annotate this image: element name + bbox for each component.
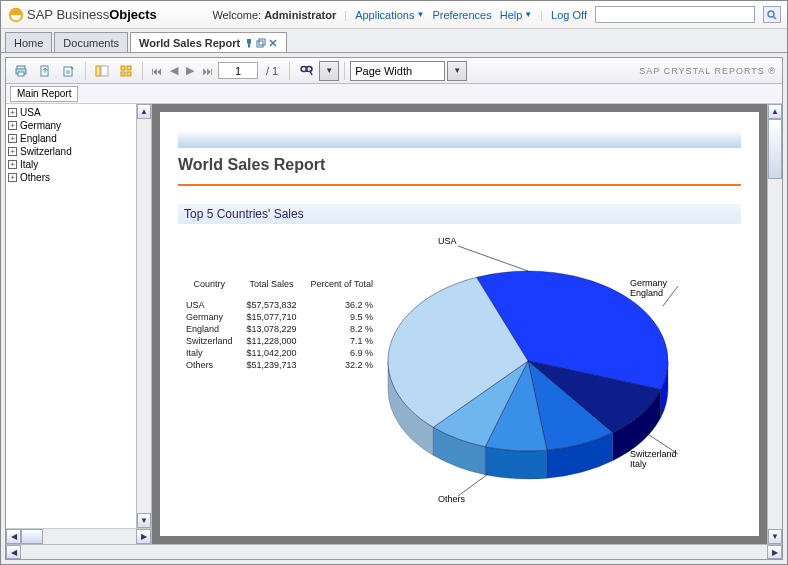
- table-row: Others$51,239,71332.2 %: [180, 360, 379, 370]
- logo-text-2: Objects: [109, 7, 157, 22]
- find-dropdown[interactable]: ▼: [319, 61, 339, 81]
- brand-label: SAP CRYSTAL REPORTS ®: [639, 66, 776, 76]
- svg-line-2: [774, 16, 777, 19]
- tree-item[interactable]: +Germany: [8, 119, 134, 132]
- pie-chart: [378, 236, 708, 508]
- report-hscroll[interactable]: ◀▶: [6, 544, 782, 559]
- page-number-input[interactable]: [218, 62, 258, 79]
- expand-icon[interactable]: +: [8, 134, 17, 143]
- first-page-button[interactable]: ⏮: [148, 65, 165, 77]
- svg-rect-12: [121, 66, 125, 70]
- exportpdf-button[interactable]: [58, 61, 80, 81]
- svg-rect-11: [101, 66, 108, 76]
- export-button[interactable]: [34, 61, 56, 81]
- callout-switz: Switzerland: [630, 449, 677, 459]
- svg-rect-14: [121, 72, 125, 76]
- expand-icon[interactable]: +: [8, 173, 17, 182]
- pin-icon[interactable]: [244, 38, 254, 48]
- tree-item[interactable]: +England: [8, 132, 134, 145]
- zoom-select[interactable]: Page Width: [350, 61, 445, 81]
- report-rule: [178, 184, 741, 186]
- report-title: World Sales Report: [178, 156, 741, 174]
- svg-rect-13: [127, 66, 131, 70]
- svg-line-18: [310, 71, 312, 75]
- report-subtitle: Top 5 Countries' Sales: [178, 204, 741, 224]
- svg-line-22: [458, 474, 488, 496]
- preferences-link[interactable]: Preferences: [432, 9, 491, 21]
- print-button[interactable]: [10, 61, 32, 81]
- tree-item[interactable]: +Others: [8, 171, 134, 184]
- table-row: Italy$11,042,2006.9 %: [180, 348, 379, 358]
- restore-icon[interactable]: [256, 38, 266, 48]
- svg-rect-3: [257, 41, 263, 47]
- welcome-label: Welcome:: [212, 9, 261, 21]
- callout-italy: Italy: [630, 459, 647, 469]
- report-page: World Sales Report Top 5 Countries' Sale…: [160, 112, 759, 536]
- svg-point-1: [768, 11, 774, 17]
- group-tree: +USA +Germany +England +Switzerland +Ita…: [6, 104, 136, 528]
- current-user: Administrator: [264, 9, 336, 21]
- tree-item[interactable]: +Switzerland: [8, 145, 134, 158]
- prev-page-button[interactable]: ◀: [167, 64, 181, 77]
- svg-line-19: [458, 246, 528, 271]
- search-button[interactable]: [763, 6, 781, 23]
- close-icon[interactable]: [268, 38, 278, 48]
- tree-hscroll[interactable]: ◀ ▶: [6, 528, 151, 544]
- expand-icon[interactable]: +: [8, 108, 17, 117]
- tree-item[interactable]: +Italy: [8, 158, 134, 171]
- svg-rect-7: [18, 72, 24, 76]
- table-row: Germany$15,077,7109.5 %: [180, 312, 379, 322]
- table-row: USA$57,573,83236.2 %: [180, 300, 379, 310]
- table-row: England$13,078,2298.2 %: [180, 324, 379, 334]
- search-input[interactable]: [595, 6, 755, 23]
- callout-usa: USA: [438, 236, 457, 246]
- parameters-button[interactable]: [115, 61, 137, 81]
- tab-documents[interactable]: Documents: [54, 32, 128, 52]
- tab-report[interactable]: World Sales Report: [130, 32, 287, 52]
- tab-home[interactable]: Home: [5, 32, 52, 52]
- tree-item[interactable]: +USA: [8, 106, 134, 119]
- svg-line-20: [663, 286, 678, 306]
- last-page-button[interactable]: ⏭: [199, 65, 216, 77]
- find-button[interactable]: [295, 61, 317, 81]
- app-logo: SAP BusinessObjects: [7, 6, 157, 24]
- toggle-tree-button[interactable]: [91, 61, 113, 81]
- expand-icon[interactable]: +: [8, 147, 17, 156]
- report-vscroll[interactable]: ▲▼: [767, 104, 782, 544]
- callout-england: England: [630, 288, 663, 298]
- svg-rect-4: [259, 39, 265, 45]
- applications-link[interactable]: Applications▼: [355, 9, 424, 21]
- callout-others: Others: [438, 494, 465, 504]
- expand-icon[interactable]: +: [8, 121, 17, 130]
- svg-rect-15: [127, 72, 131, 76]
- page-total: / 1: [260, 65, 284, 77]
- expand-icon[interactable]: +: [8, 160, 17, 169]
- logoff-link[interactable]: Log Off: [551, 9, 587, 21]
- help-link[interactable]: Help▼: [500, 9, 533, 21]
- table-row: Switzerland$11,228,0007.1 %: [180, 336, 379, 346]
- logo-text-1: SAP Business: [27, 7, 109, 22]
- tree-vscroll[interactable]: ▲▼: [136, 104, 151, 528]
- next-page-button[interactable]: ▶: [183, 64, 197, 77]
- report-header-bar: [178, 130, 741, 148]
- subtab-main-report[interactable]: Main Report: [10, 86, 78, 102]
- callout-germany: Germany: [630, 278, 667, 288]
- zoom-dropdown[interactable]: ▼: [447, 61, 467, 81]
- svg-rect-10: [96, 66, 100, 76]
- sales-table: CountryTotal SalesPercent of Total USA$5…: [178, 276, 381, 372]
